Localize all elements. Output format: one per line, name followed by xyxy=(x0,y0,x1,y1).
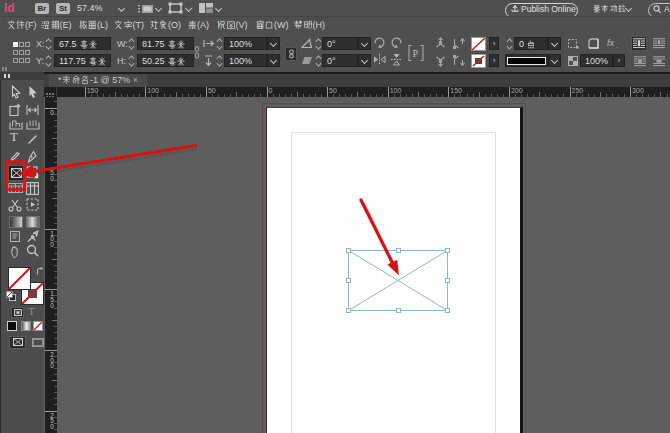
svg-text:P: P xyxy=(413,48,419,59)
